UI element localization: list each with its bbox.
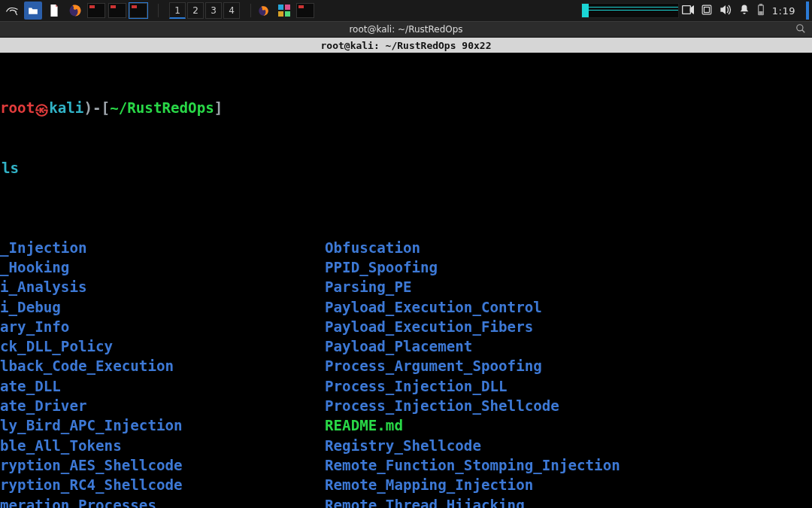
ls-entry: Parsing_PE <box>325 278 812 297</box>
ls-entry: i_Debug <box>0 298 325 318</box>
task-terminal-1-icon[interactable] <box>87 2 105 20</box>
window-titlebar[interactable]: root@kali: ~/RustRedOps <box>0 21 812 38</box>
workspace-2[interactable]: 2 <box>187 2 204 19</box>
workspace-3[interactable]: 3 <box>205 2 222 19</box>
volume-icon[interactable] <box>720 5 732 17</box>
ls-entry: ly_Bird_APC_Injection <box>0 416 325 436</box>
task-terminal-active-icon[interactable] <box>296 2 314 20</box>
taskbar-divider <box>250 4 251 17</box>
prompt-close-paren: ) <box>83 99 92 117</box>
ls-entry: ate_Driver <box>0 397 325 416</box>
prompt-rbrack: ] <box>214 99 223 117</box>
ls-entry: Registry_Shellcode <box>325 437 812 456</box>
terminal-body[interactable]: root㉿kali)-[~/RustRedOps] ls _Injection_… <box>0 53 812 508</box>
svg-rect-3 <box>285 5 290 10</box>
ls-entry: Process_Injection_DLL <box>325 377 812 397</box>
svg-rect-4 <box>278 11 283 17</box>
ls-entry: Remote_Thread_Hijacking <box>325 496 812 508</box>
network-monitor[interactable] <box>581 3 679 18</box>
shell-prompt: root㉿kali)-[~/RustRedOps] <box>0 99 812 120</box>
svg-rect-2 <box>278 5 283 10</box>
panel-edge-indicator <box>806 2 809 20</box>
text-editor-icon[interactable] <box>45 2 63 20</box>
ls-entry: ryption_AES_Shellcode <box>0 456 325 476</box>
ls-entry: Process_Argument_Spoofing <box>325 357 812 376</box>
prompt-host: kali <box>49 99 83 117</box>
prompt-path: ~/RustRedOps <box>110 99 214 117</box>
screen-record-icon[interactable] <box>682 5 694 17</box>
svg-rect-8 <box>704 7 709 12</box>
ls-entry: ryption_RC4_Shellcode <box>0 476 325 495</box>
firefox-small-icon[interactable] <box>254 2 272 20</box>
file-manager-icon[interactable] <box>24 2 42 20</box>
window-title-text: root@kali: ~/RustRedOps <box>349 24 462 35</box>
ls-entry: ary_Info <box>0 318 325 337</box>
notifications-icon[interactable] <box>739 4 750 18</box>
ls-column-2: ObfuscationPPID_SpoofingParsing_PEPayloa… <box>325 239 812 508</box>
workspace-switcher: 1 2 3 4 <box>169 2 240 19</box>
ls-entry: Payload_Execution_Fibers <box>325 318 812 337</box>
ls-entry: Obfuscation <box>325 239 812 258</box>
prompt-separator-icon: ㉿ <box>35 100 49 120</box>
system-tray: 1:19 <box>682 2 809 20</box>
ls-entry: Remote_Function_Stomping_Injection <box>325 456 812 476</box>
ls-entry: _Injection <box>0 239 325 258</box>
ls-entry: ate_DLL <box>0 377 325 397</box>
ls-entry: Payload_Execution_Control <box>325 298 812 318</box>
taskbar: 1 2 3 4 <box>0 0 812 21</box>
ls-output: _Injection_Hookingi_Analysisi_Debugary_I… <box>0 239 812 508</box>
typed-command: ls <box>0 159 812 178</box>
prompt-lbrack: [ <box>102 99 111 117</box>
taskbar-divider <box>158 4 159 17</box>
task-terminal-3-icon[interactable] <box>129 2 147 20</box>
svg-rect-5 <box>285 11 290 17</box>
ls-column-1: _Injection_Hookingi_Analysisi_Debugary_I… <box>0 239 325 508</box>
task-terminal-2-icon[interactable] <box>108 2 126 20</box>
ls-entry: lback_Code_Execution <box>0 357 325 376</box>
app-launcher-icon[interactable] <box>275 2 293 20</box>
svg-rect-6 <box>682 5 690 14</box>
workspace-1[interactable]: 1 <box>169 2 186 19</box>
prompt-dash: - <box>92 99 102 117</box>
prompt-user: root <box>0 99 35 117</box>
workspace-4[interactable]: 4 <box>223 2 240 19</box>
clock[interactable]: 1:19 <box>772 5 795 17</box>
ls-entry: meration_Processes <box>0 496 325 508</box>
ls-entry: _Hooking <box>0 258 325 278</box>
ls-entry: ble_All_Tokens <box>0 437 325 456</box>
kali-menu-icon[interactable] <box>3 2 21 20</box>
terminal-dimensions-text: root@kali: ~/RustRedOps 90x22 <box>321 40 492 51</box>
ls-entry-file: README.md <box>325 416 812 436</box>
ls-entry: PPID_Spoofing <box>325 258 812 278</box>
firefox-icon[interactable] <box>66 2 84 20</box>
ls-entry: Payload_Placement <box>325 337 812 357</box>
ls-entry: Process_Injection_Shellcode <box>325 397 812 416</box>
battery-icon[interactable] <box>757 4 765 18</box>
ls-entry: i_Analysis <box>0 278 325 297</box>
svg-rect-11 <box>759 11 762 14</box>
ls-entry: Remote_Mapping_Injection <box>325 476 812 495</box>
svg-rect-10 <box>759 4 762 5</box>
ls-entry: ck_DLL_Policy <box>0 337 325 357</box>
titlebar-search-icon[interactable] <box>795 23 807 35</box>
terminal-dimensions-bar: root@kali: ~/RustRedOps 90x22 <box>0 38 812 53</box>
workspace-overview-icon[interactable] <box>701 5 712 17</box>
svg-point-12 <box>797 25 803 31</box>
